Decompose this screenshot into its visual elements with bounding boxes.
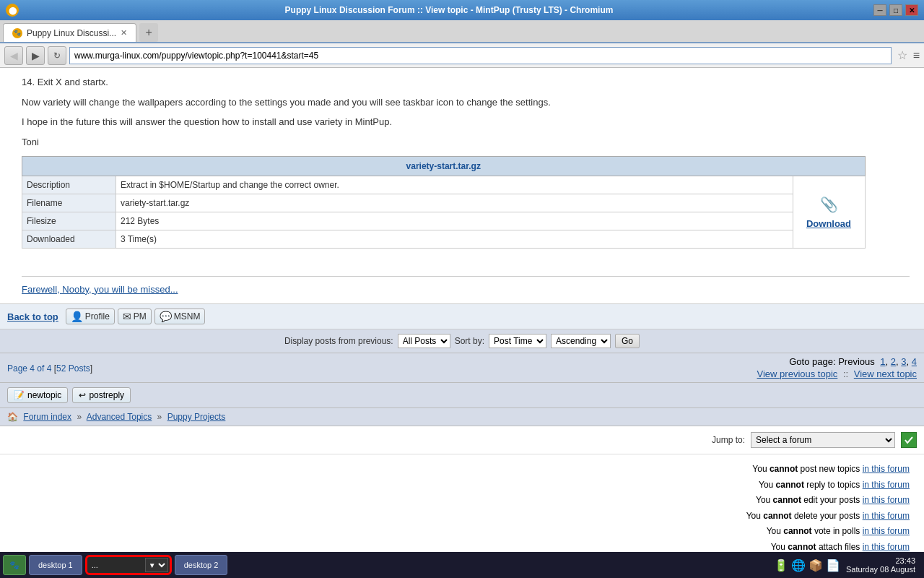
forum-index-link[interactable]: Forum index [23, 412, 71, 422]
action-buttons-row: 📝 newtopic ↩ postreply [0, 383, 924, 408]
cannot1: cannot [770, 464, 798, 474]
downloaded-value: 3 Time(s) [116, 230, 793, 249]
forum-link5[interactable]: in this forum [863, 526, 910, 536]
goto-page-right: Goto page: Previous 1, 2, 3, 4 View prev… [757, 356, 917, 379]
para2-text: I hope in the future this will answer th… [22, 115, 910, 129]
page4-link[interactable]: 4 [912, 356, 917, 367]
menu-icon[interactable]: ≡ [913, 49, 920, 62]
post-footer: Back to top 👤 Profile ✉ PM 💬 MSNM [0, 303, 924, 329]
active-tab[interactable]: 🐾 Puppy Linux Discussi... ✕ [3, 23, 136, 42]
tab-close-icon[interactable]: ✕ [121, 28, 127, 38]
msnm-icon: 💬 [160, 311, 172, 322]
breadcrumb-sep1: » [77, 412, 82, 422]
posts-count: 52 Posts [56, 363, 90, 374]
advanced-topics-link[interactable]: Advanced Topics [87, 412, 152, 422]
perm-line4: You cannot delete your posts in this for… [14, 509, 910, 525]
attachment-title: variety-start.tar.gz [22, 157, 866, 176]
view-next-link[interactable]: View next topic [854, 368, 917, 379]
title-bar: ⬤ Puppy Linux Discussion Forum :: View t… [0, 0, 924, 20]
main-content: 14. Exit X and startx. Now variety will … [0, 68, 924, 552]
post-content: 14. Exit X and startx. Now variety will … [0, 68, 924, 303]
order-select[interactable]: Ascending [551, 334, 611, 348]
puppy-projects-link[interactable]: Puppy Projects [167, 412, 226, 422]
close-button[interactable]: ✕ [905, 4, 918, 16]
view-links: View previous topic :: View next topic [757, 368, 917, 379]
farewell-link[interactable]: Farewell, Nooby, you will be missed... [22, 284, 178, 295]
forum-link2[interactable]: in this forum [863, 480, 910, 490]
profile-label: Profile [85, 311, 110, 322]
url-input[interactable] [69, 47, 892, 64]
go-button[interactable]: Go [615, 334, 640, 348]
bookmark-icon[interactable]: ☆ [897, 48, 907, 62]
posts-filter-select[interactable]: All Posts [398, 334, 450, 348]
desc-label: Description [22, 176, 116, 194]
page1-link[interactable]: 1 [880, 356, 885, 367]
perm-line1: You cannot post new topics in this forum [14, 462, 910, 478]
page-number: Page 4 of 4 [7, 363, 51, 374]
forum-link4[interactable]: in this forum [863, 511, 910, 521]
jump-select[interactable]: Select a forum [751, 432, 895, 448]
prev-page-link[interactable]: Previous [838, 356, 875, 367]
downloaded-label: Downloaded [22, 230, 116, 249]
download-button[interactable]: Download [806, 218, 851, 229]
window-title: Puppy Linux Discussion Forum :: View top… [25, 5, 873, 15]
msnm-button[interactable]: 💬 MSNM [154, 309, 206, 324]
breadcrumb-sep2: » [157, 412, 162, 422]
content-area: 14. Exit X and startx. Now variety will … [0, 68, 924, 552]
desc-value: Extract in $HOME/Startup and change the … [116, 176, 793, 194]
filename-value: variety-start.tar.gz [116, 194, 793, 212]
action-buttons-left: 📝 newtopic ↩ postreply [7, 387, 131, 403]
sort-by-select[interactable]: Post Time [489, 334, 546, 348]
forum-link3[interactable]: in this forum [863, 495, 910, 505]
page2-link[interactable]: 2 [891, 356, 896, 367]
new-tab-button[interactable]: + [139, 23, 158, 42]
pm-icon: ✉ [123, 311, 131, 322]
pagination-bar: Display posts from previous: All Posts S… [0, 329, 924, 353]
new-topic-icon: 📝 [14, 390, 25, 400]
tab-label: Puppy Linux Discussi... [27, 28, 116, 38]
sort-by-label: Sort by: [455, 336, 484, 346]
filename-label: Filename [22, 194, 116, 212]
jump-go-button[interactable] [901, 432, 917, 448]
forum-link6[interactable]: in this forum [863, 542, 910, 552]
permissions-area: You cannot post new topics in this forum… [0, 454, 924, 552]
perm-line2: You cannot reply to topics in this forum [14, 478, 910, 493]
address-bar: ◀ ▶ ↻ ☆ ≡ [0, 43, 924, 68]
back-to-top-link[interactable]: Back to top [7, 311, 58, 322]
jump-forum-row: Jump to: Select a forum [0, 426, 924, 454]
perm-line6: You cannot attach files in this forum [14, 540, 910, 552]
profile-icon: 👤 [71, 311, 83, 322]
page3-link[interactable]: 3 [901, 356, 906, 367]
bottom-nav: Page 4 of 4 [52 Posts] Goto page: Previo… [0, 353, 924, 383]
checkmark-icon [904, 435, 914, 445]
home-icon: 🏠 [7, 412, 18, 422]
author-text: Toni [22, 135, 910, 150]
post-reply-button[interactable]: ↩ postreply [72, 387, 131, 403]
post-reply-label: postreply [89, 390, 124, 400]
reload-button[interactable]: ↻ [48, 46, 66, 65]
display-label: Display posts from previous: [284, 336, 393, 346]
tab-favicon: 🐾 [12, 28, 22, 38]
breadcrumb: 🏠 Forum index » Advanced Topics » Puppy … [0, 408, 924, 426]
cannot2: cannot [776, 480, 804, 490]
new-topic-button[interactable]: 📝 newtopic [7, 387, 68, 403]
new-topic-label: newtopic [27, 390, 61, 400]
pm-button[interactable]: ✉ PM [118, 309, 152, 324]
para1-text: Now variety will change the wallpapers a… [22, 95, 910, 110]
back-button[interactable]: ◀ [4, 46, 23, 65]
maximize-button[interactable]: □ [889, 4, 902, 16]
forum-link1[interactable]: in this forum [863, 464, 910, 474]
profile-button[interactable]: 👤 Profile [66, 309, 115, 324]
cannot3: cannot [773, 495, 801, 505]
minimize-button[interactable]: ─ [873, 4, 886, 16]
jump-label: Jump to: [712, 435, 745, 445]
view-prev-link[interactable]: View previous topic [757, 368, 838, 379]
cannot5: cannot [783, 526, 811, 536]
cannot4: cannot [763, 511, 791, 521]
cannot6: cannot [788, 542, 816, 552]
window-controls[interactable]: ─ □ ✕ [873, 4, 918, 16]
forward-button[interactable]: ▶ [26, 46, 45, 65]
perm-line3: You cannot edit your posts in this forum [14, 493, 910, 509]
download-cell: 📎 Download [793, 176, 865, 249]
pm-label: PM [134, 311, 147, 322]
